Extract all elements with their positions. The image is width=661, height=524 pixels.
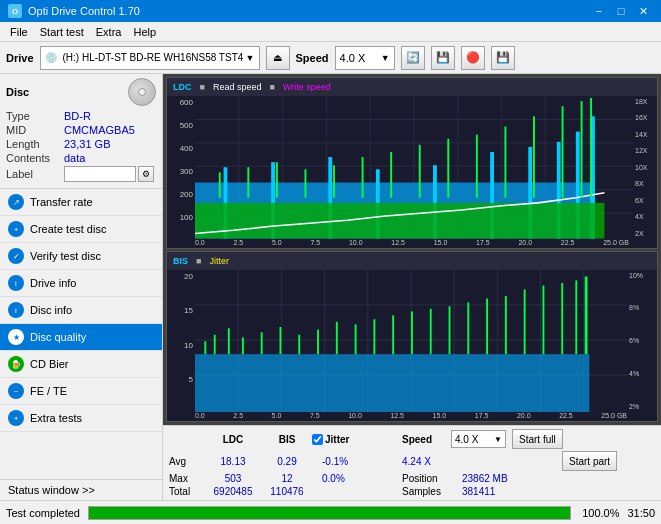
jitter-legend-label: Jitter — [209, 256, 229, 266]
svg-rect-26 — [219, 172, 221, 197]
eject-button[interactable]: ⏏ — [266, 46, 290, 70]
main-content: LDC ■ Read speed ■ Write speed 600 500 4… — [163, 74, 661, 500]
sidebar-item-cd-bier[interactable]: 🍺 CD Bier — [0, 351, 162, 378]
refresh-button[interactable]: 🔄 — [401, 46, 425, 70]
samples-label: Samples — [402, 486, 462, 497]
svg-rect-38 — [562, 106, 564, 198]
disc-contents-label: Contents — [6, 152, 64, 164]
disc-label-button[interactable]: ⚙ — [138, 166, 154, 182]
status-window-button[interactable]: Status window >> — [0, 479, 162, 500]
svg-rect-56 — [228, 328, 230, 354]
speed-value: 4.24 X — [402, 456, 502, 467]
maximize-button[interactable]: □ — [611, 3, 631, 19]
minimize-button[interactable]: − — [589, 3, 609, 19]
svg-rect-67 — [430, 308, 432, 353]
svg-rect-76 — [585, 276, 588, 354]
progress-bar — [88, 506, 571, 520]
svg-rect-63 — [355, 324, 357, 354]
sidebar: Disc Type BD-R MID CMCMAGBA5 Length 23,3… — [0, 74, 163, 500]
svg-rect-62 — [336, 321, 338, 353]
sidebar-item-verify-test-disc[interactable]: ✓ Verify test disc — [0, 243, 162, 270]
burn-button[interactable]: 💾 — [431, 46, 455, 70]
cd-bier-icon: 🍺 — [8, 356, 24, 372]
main-layout: Disc Type BD-R MID CMCMAGBA5 Length 23,3… — [0, 74, 661, 500]
speed-col-header: Speed — [402, 434, 447, 445]
disc-length-label: Length — [6, 138, 64, 150]
svg-rect-25 — [195, 203, 604, 239]
drive-select[interactable]: 💿 (H:) HL-DT-ST BD-RE WH16NS58 TST4 ▼ — [40, 46, 260, 70]
sidebar-item-fe-te[interactable]: ~ FE / TE — [0, 378, 162, 405]
nav-label-transfer-rate: Transfer rate — [30, 196, 93, 208]
svg-rect-34 — [447, 139, 449, 198]
chart2-body: 20 15 10 5 — [167, 270, 657, 413]
start-part-button[interactable]: Start part — [562, 451, 617, 471]
svg-rect-72 — [524, 289, 526, 354]
menu-file[interactable]: File — [4, 25, 34, 39]
sidebar-item-transfer-rate[interactable]: ↗ Transfer rate — [0, 189, 162, 216]
svg-rect-70 — [486, 298, 488, 354]
chart2-y-left: 20 15 10 5 — [167, 270, 195, 413]
menu-extra[interactable]: Extra — [90, 25, 128, 39]
stats-panel: LDC BIS Jitter Speed 4.0 X ▼ Start full … — [163, 425, 661, 500]
nav-label-drive-info: Drive info — [30, 277, 76, 289]
time-text: 31:50 — [627, 507, 655, 519]
max-bis-value: 12 — [262, 473, 312, 484]
svg-rect-58 — [261, 332, 263, 354]
sidebar-item-extra-tests[interactable]: + Extra tests — [0, 405, 162, 432]
svg-rect-28 — [276, 162, 278, 198]
erase-button[interactable]: 🔴 — [461, 46, 485, 70]
sidebar-item-disc-quality[interactable]: ★ Disc quality — [0, 324, 162, 351]
disc-panel: Disc Type BD-R MID CMCMAGBA5 Length 23,3… — [0, 74, 162, 189]
bis-legend-label: BIS — [173, 256, 188, 266]
sidebar-item-disc-info[interactable]: i Disc info — [0, 297, 162, 324]
position-value: 23862 MB — [462, 473, 508, 484]
drive-label: Drive — [6, 52, 34, 64]
disc-contents-value: data — [64, 152, 85, 164]
disc-type-label: Type — [6, 110, 64, 122]
svg-rect-68 — [449, 306, 451, 354]
speed-select-control[interactable]: 4.0 X ▼ — [451, 430, 506, 448]
start-full-button[interactable]: Start full — [512, 429, 563, 449]
drive-info-icon: i — [8, 275, 24, 291]
chart1-y-left: 600 500 400 300 200 100 — [167, 96, 195, 239]
chart2-svg — [195, 270, 627, 413]
chart2-header: BIS ■ Jitter — [167, 252, 657, 270]
close-button[interactable]: ✕ — [633, 3, 653, 19]
stats-max-row: Max 503 12 0.0% Position 23862 MB — [169, 473, 655, 484]
verify-test-disc-icon: ✓ — [8, 248, 24, 264]
disc-section-title: Disc — [6, 86, 29, 98]
menu-start-test[interactable]: Start test — [34, 25, 90, 39]
status-window-label: Status window >> — [8, 484, 95, 496]
title-bar: O Opti Drive Control 1.70 − □ ✕ — [0, 0, 661, 22]
sidebar-item-create-test-disc[interactable]: + Create test disc — [0, 216, 162, 243]
svg-rect-39 — [581, 101, 583, 198]
chart2-area — [195, 270, 627, 413]
speed-select[interactable]: 4.0 X ▼ — [335, 46, 395, 70]
total-ldc-value: 6920485 — [204, 486, 262, 497]
chart1-svg — [195, 96, 633, 239]
status-text: Test completed — [6, 507, 80, 519]
max-label: Max — [169, 473, 204, 484]
disc-mid-label: MID — [6, 124, 64, 136]
nav-label-cd-bier: CD Bier — [30, 358, 69, 370]
svg-rect-54 — [204, 341, 206, 354]
chart2-y-right: 10% 8% 6% 4% 2% — [627, 270, 657, 413]
sidebar-item-drive-info[interactable]: i Drive info — [0, 270, 162, 297]
save-button[interactable]: 💾 — [491, 46, 515, 70]
app-icon: O — [8, 4, 22, 18]
create-test-disc-icon: + — [8, 221, 24, 237]
nav-label-disc-info: Disc info — [30, 304, 72, 316]
stats-avg-row: Avg 18.13 0.29 -0.1% 4.24 X Start part — [169, 451, 655, 471]
total-label: Total — [169, 486, 204, 497]
svg-rect-36 — [504, 127, 506, 198]
read-speed-legend-label: Read speed — [213, 82, 262, 92]
disc-label-input[interactable] — [64, 166, 136, 182]
menu-help[interactable]: Help — [127, 25, 162, 39]
write-speed-legend-label: Write speed — [283, 82, 331, 92]
chart1-y-right: 18X 16X 14X 12X 10X 8X 6X 4X 2X — [633, 96, 657, 239]
jitter-checkbox[interactable] — [312, 434, 323, 445]
svg-rect-53 — [195, 354, 589, 412]
nav-items: ↗ Transfer rate + Create test disc ✓ Ver… — [0, 189, 162, 479]
position-label: Position — [402, 473, 462, 484]
svg-rect-27 — [247, 167, 249, 198]
